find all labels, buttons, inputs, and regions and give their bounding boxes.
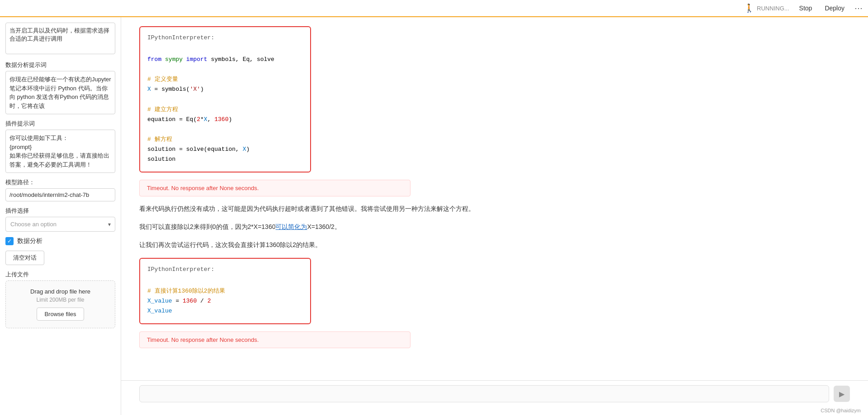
code-line (147, 45, 303, 55)
code-line: X_value = 1360 / 2 (147, 296, 303, 306)
running-status: 🚶 RUNNING... (744, 3, 789, 13)
code-line (147, 276, 303, 286)
code-block-1-content: from sympy import symbols, Eq, solve # 定… (147, 45, 303, 164)
plugin-prompt-section: 插件提示词 你可以使用如下工具：{prompt}如果你已经获得足够信息，请直接给… (5, 120, 115, 173)
error-text-1: Timeout. No response after None seconds. (147, 185, 259, 191)
code-block-1-header: IPythonInterpreter: (147, 34, 303, 41)
tool-prompt-textarea[interactable]: 当开启工具以及代码时，根据需求选择合适的工具进行调用 (5, 23, 115, 54)
code-line: X = symbols('X') (147, 84, 303, 94)
msg-text-2: 我们可以直接除以2来得到0的值，因为2*X=1360可以简化为X=1360/2。 (139, 222, 478, 233)
msg-text-3: 让我们再次尝试运行代码，这次我会直接计算1360除以2的结果。 (139, 240, 478, 251)
running-icon: 🚶 (744, 3, 754, 13)
footer: CSDN @haidizym (121, 407, 868, 415)
code-block-2-content: # 直接计算1360除以2的结果 X_value = 1360 / 2 X_va… (147, 276, 303, 316)
tool-prompt-section: 当开启工具以及代码时，根据需求选择合适的工具进行调用 (5, 23, 115, 56)
code-line: X_value (147, 306, 303, 316)
upload-drag-text: Drag and drop file here (13, 288, 108, 295)
code-line: # 直接计算1360除以2的结果 (147, 286, 303, 296)
send-button[interactable]: ▶ (834, 386, 850, 402)
input-bar: ▶ (121, 380, 868, 407)
upload-section: 上传文件 Drag and drop file here Limit 200MB… (5, 270, 115, 328)
model-path-input[interactable] (5, 188, 115, 201)
code-line: equation = Eq(2*X, 1360) (147, 115, 303, 125)
send-icon: ▶ (839, 390, 844, 398)
code-block-2-header: IPythonInterpreter: (147, 266, 303, 273)
code-block-2: IPythonInterpreter: # 直接计算1360除以2的结果 X_v… (139, 258, 311, 324)
plugin-prompt-text: 你可以使用如下工具：{prompt}如果你已经获得足够信息，请直接给出答案，避免… (5, 130, 115, 173)
model-path-section: 模型路径： (5, 178, 115, 201)
data-analysis-checkbox[interactable]: ✓ (5, 237, 14, 245)
msg-text-1: 看来代码执行仍然没有成功，这可能是因为代码执行超时或者遇到了其他错误。我将尝试使… (139, 204, 478, 214)
code-line: solution = solve(equation, X) (147, 145, 303, 154)
sidebar: 当开启工具以及代码时，根据需求选择合适的工具进行调用 数据分析提示词 你现在已经… (0, 17, 121, 415)
error-text-2: Timeout. No response after None seconds. (147, 336, 259, 343)
plugin-prompt-title: 插件提示词 (5, 120, 115, 128)
chat-messages: IPythonInterpreter: from sympy import sy… (121, 17, 868, 380)
plugin-select-title: 插件选择 (5, 207, 115, 215)
model-path-title: 模型路径： (5, 178, 115, 187)
code-line: from sympy import symbols, Eq, solve (147, 55, 303, 65)
upload-title: 上传文件 (5, 270, 115, 279)
stop-button[interactable]: Stop (797, 4, 815, 13)
plugin-select[interactable]: Choose an option (5, 217, 115, 232)
browse-files-button[interactable]: Browse files (37, 308, 84, 321)
upload-dropzone[interactable]: Drag and drop file here Limit 200MB per … (5, 280, 115, 328)
plugin-select-section: 插件选择 Choose an option ▾ (5, 207, 115, 232)
more-icon[interactable]: ⋯ (854, 3, 863, 13)
error-block-1: Timeout. No response after None seconds. (139, 180, 410, 196)
data-analysis-checkbox-label: 数据分析 (17, 237, 42, 245)
running-label: RUNNING... (757, 5, 789, 12)
code-line (147, 94, 303, 104)
content-area: IPythonInterpreter: from sympy import sy… (121, 17, 868, 415)
code-line (147, 125, 303, 135)
data-analysis-checkbox-row: ✓ 数据分析 (5, 237, 115, 245)
code-line: # 建立方程 (147, 105, 303, 115)
code-line: # 解方程 (147, 135, 303, 145)
upload-limit-text: Limit 200MB per file (13, 297, 108, 303)
code-block-1: IPythonInterpreter: from sympy import sy… (139, 26, 311, 173)
footer-credit: CSDN @haidizym (821, 408, 861, 413)
code-line: solution (147, 154, 303, 164)
deploy-button[interactable]: Deploy (822, 4, 847, 13)
data-analysis-text: 你现在已经能够在一个有状态的Jupyter笔记本环境中运行 Python 代码。… (5, 71, 115, 114)
error-block-2: Timeout. No response after None seconds. (139, 331, 410, 348)
topbar: 🚶 RUNNING... Stop Deploy ⋯ (0, 0, 868, 17)
code-line: # 定义变量 (147, 75, 303, 84)
code-line (147, 65, 303, 75)
data-analysis-section: 数据分析提示词 你现在已经能够在一个有状态的Jupyter笔记本环境中运行 Py… (5, 61, 115, 114)
plugin-select-wrapper: Choose an option ▾ (5, 217, 115, 232)
main-layout: 当开启工具以及代码时，根据需求选择合适的工具进行调用 数据分析提示词 你现在已经… (0, 17, 868, 415)
clear-dialog-button[interactable]: 清空对话 (5, 251, 44, 265)
chat-input[interactable] (139, 385, 829, 402)
data-analysis-title: 数据分析提示词 (5, 61, 115, 69)
